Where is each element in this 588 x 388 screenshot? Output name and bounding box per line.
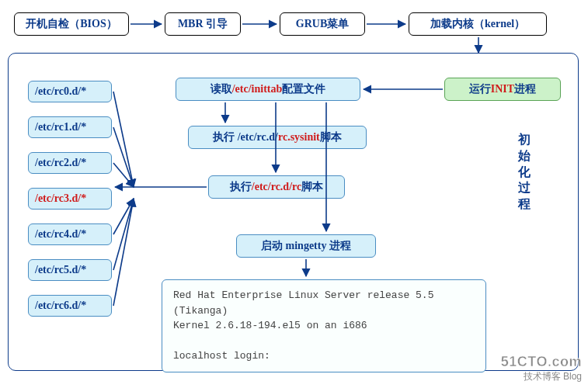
login-terminal: Red Hat Enterprise Linux Server release … xyxy=(162,279,486,372)
sysinit-post: 脚本 xyxy=(320,130,342,144)
inittab-node: 读取 /etc/inittab 配置文件 xyxy=(176,78,360,101)
stage-label: 初始化过程 xyxy=(517,132,531,213)
rc1-node: /etc/rc1.d/* xyxy=(28,116,112,138)
bios-node: 开机自检（BIOS） xyxy=(14,12,129,36)
rc-node: 执行 /etc/rc.d/rc 脚本 xyxy=(208,175,345,199)
kernel-node: 加载内核（kernel） xyxy=(409,12,547,36)
mbr-node: MBR 引导 xyxy=(165,12,241,36)
inittab-pre: 读取 xyxy=(210,82,232,96)
watermark-line1: 51CTO.com xyxy=(501,354,582,370)
watermark-line2: 技术博客 Blog xyxy=(501,370,582,383)
rc6-node: /etc/rc6.d/* xyxy=(28,295,112,317)
init-node: 运行 INIT 进程 xyxy=(444,78,561,101)
inittab-red: /etc/inittab xyxy=(232,83,283,95)
init-red: INIT xyxy=(491,83,514,95)
rc3-node: /etc/rc3.d/* xyxy=(28,188,112,210)
rc-red: /etc/rc.d/rc xyxy=(252,181,301,193)
rc4-node: /etc/rc4.d/* xyxy=(28,223,112,245)
rc3-text: /etc/rc3.d/* xyxy=(35,192,86,205)
inittab-post: 配置文件 xyxy=(282,82,325,96)
sysinit-node: 执行 /etc/rc.d/ rc.sysinit 脚本 xyxy=(188,126,367,149)
rc-post: 脚本 xyxy=(301,180,323,194)
sysinit-red: rc.sysinit xyxy=(278,131,320,144)
watermark: 51CTO.com 技术博客 Blog xyxy=(501,354,582,383)
rc5-node: /etc/rc5.d/* xyxy=(28,259,112,281)
grub-node: GRUB菜单 xyxy=(280,12,365,36)
init-post: 进程 xyxy=(514,82,536,96)
rc0-node: /etc/rc0.d/* xyxy=(28,81,112,102)
sysinit-pre: 执行 /etc/rc.d/ xyxy=(213,130,278,144)
mingetty-node: 启动 mingetty 进程 xyxy=(236,234,376,258)
rc-pre: 执行 xyxy=(230,180,252,194)
rc2-node: /etc/rc2.d/* xyxy=(28,152,112,174)
init-pre: 运行 xyxy=(469,82,491,96)
